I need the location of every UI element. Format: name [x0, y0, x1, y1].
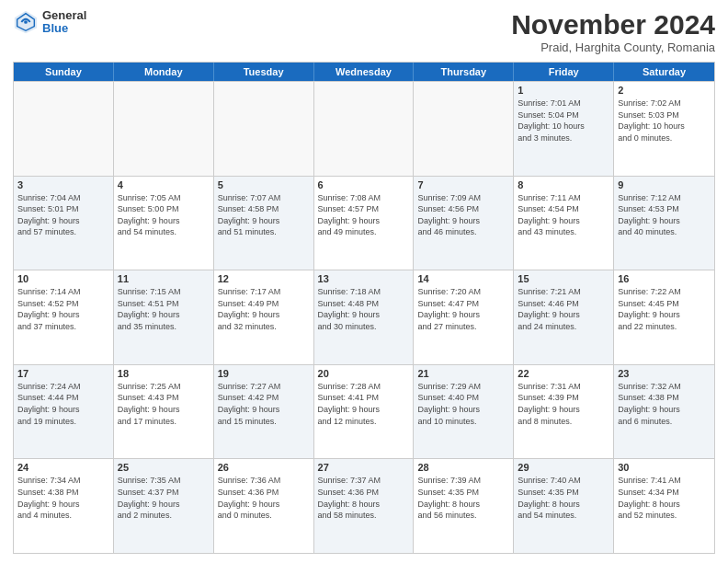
cell-detail: Sunrise: 7:18 AM Sunset: 4:48 PM Dayligh… — [318, 286, 410, 332]
day-number: 18 — [118, 368, 210, 379]
calendar-row-2: 3Sunrise: 7:04 AM Sunset: 5:01 PM Daylig… — [14, 176, 714, 270]
day-number: 16 — [618, 273, 711, 284]
calendar-row-3: 10Sunrise: 7:14 AM Sunset: 4:52 PM Dayli… — [14, 270, 714, 364]
calendar-cell — [114, 82, 214, 176]
calendar-cell: 11Sunrise: 7:15 AM Sunset: 4:51 PM Dayli… — [114, 270, 214, 364]
calendar-cell: 4Sunrise: 7:05 AM Sunset: 5:00 PM Daylig… — [114, 177, 214, 270]
calendar-cell: 24Sunrise: 7:34 AM Sunset: 4:38 PM Dayli… — [14, 459, 114, 553]
calendar-cell: 5Sunrise: 7:07 AM Sunset: 4:58 PM Daylig… — [214, 177, 314, 270]
calendar-cell: 8Sunrise: 7:11 AM Sunset: 4:54 PM Daylig… — [514, 177, 614, 270]
day-number: 20 — [318, 368, 410, 379]
cell-detail: Sunrise: 7:14 AM Sunset: 4:52 PM Dayligh… — [17, 286, 109, 332]
logo-icon — [13, 9, 39, 35]
cell-detail: Sunrise: 7:25 AM Sunset: 4:43 PM Dayligh… — [118, 381, 210, 427]
day-number: 26 — [218, 462, 310, 473]
calendar-cell: 21Sunrise: 7:29 AM Sunset: 4:40 PM Dayli… — [414, 365, 514, 459]
cell-detail: Sunrise: 7:17 AM Sunset: 4:49 PM Dayligh… — [218, 286, 310, 332]
calendar-cell: 19Sunrise: 7:27 AM Sunset: 4:42 PM Dayli… — [214, 365, 314, 459]
day-number: 11 — [118, 273, 210, 284]
calendar-cell: 9Sunrise: 7:12 AM Sunset: 4:53 PM Daylig… — [614, 177, 714, 270]
day-number: 24 — [17, 462, 109, 473]
weekday-header-thursday: Thursday — [414, 63, 514, 81]
day-number: 8 — [518, 179, 609, 190]
day-number: 17 — [17, 368, 109, 379]
calendar-cell: 17Sunrise: 7:24 AM Sunset: 4:44 PM Dayli… — [14, 365, 114, 459]
cell-detail: Sunrise: 7:27 AM Sunset: 4:42 PM Dayligh… — [218, 381, 310, 427]
calendar-cell: 2Sunrise: 7:02 AM Sunset: 5:03 PM Daylig… — [614, 82, 714, 176]
day-number: 21 — [417, 368, 509, 379]
cell-detail: Sunrise: 7:05 AM Sunset: 5:00 PM Dayligh… — [118, 192, 210, 238]
cell-detail: Sunrise: 7:24 AM Sunset: 4:44 PM Dayligh… — [17, 381, 109, 427]
calendar-row-4: 17Sunrise: 7:24 AM Sunset: 4:44 PM Dayli… — [14, 364, 714, 459]
calendar-cell: 28Sunrise: 7:39 AM Sunset: 4:35 PM Dayli… — [414, 459, 514, 553]
cell-detail: Sunrise: 7:35 AM Sunset: 4:37 PM Dayligh… — [118, 475, 210, 521]
calendar-cell: 13Sunrise: 7:18 AM Sunset: 4:48 PM Dayli… — [314, 270, 415, 364]
cell-detail: Sunrise: 7:04 AM Sunset: 5:01 PM Dayligh… — [17, 192, 109, 238]
day-number: 5 — [218, 179, 310, 190]
cell-detail: Sunrise: 7:31 AM Sunset: 4:39 PM Dayligh… — [518, 381, 609, 427]
day-number: 28 — [417, 462, 509, 473]
cell-detail: Sunrise: 7:07 AM Sunset: 4:58 PM Dayligh… — [218, 192, 310, 238]
cell-detail: Sunrise: 7:40 AM Sunset: 4:35 PM Dayligh… — [518, 475, 609, 521]
weekday-header-sunday: Sunday — [14, 63, 114, 81]
calendar-cell — [314, 82, 415, 176]
calendar-cell: 14Sunrise: 7:20 AM Sunset: 4:47 PM Dayli… — [414, 270, 514, 364]
title-block: November 2024 Praid, Harghita County, Ro… — [511, 9, 715, 54]
calendar-cell — [214, 82, 314, 176]
day-number: 9 — [618, 179, 711, 190]
page-header: General Blue November 2024 Praid, Harghi… — [13, 9, 715, 54]
calendar-cell: 27Sunrise: 7:37 AM Sunset: 4:36 PM Dayli… — [314, 459, 415, 553]
calendar-cell: 16Sunrise: 7:22 AM Sunset: 4:45 PM Dayli… — [614, 270, 714, 364]
calendar-cell — [414, 82, 514, 176]
calendar-cell — [14, 82, 114, 176]
weekday-header-friday: Friday — [514, 63, 614, 81]
calendar-cell: 12Sunrise: 7:17 AM Sunset: 4:49 PM Dayli… — [214, 270, 314, 364]
calendar-header: SundayMondayTuesdayWednesdayThursdayFrid… — [14, 63, 714, 81]
weekday-header-saturday: Saturday — [614, 63, 714, 81]
calendar-row-5: 24Sunrise: 7:34 AM Sunset: 4:38 PM Dayli… — [14, 458, 714, 553]
cell-detail: Sunrise: 7:22 AM Sunset: 4:45 PM Dayligh… — [618, 286, 711, 332]
day-number: 15 — [518, 273, 609, 284]
calendar-row-1: 1Sunrise: 7:01 AM Sunset: 5:04 PM Daylig… — [14, 81, 714, 176]
cell-detail: Sunrise: 7:37 AM Sunset: 4:36 PM Dayligh… — [318, 475, 410, 521]
cell-detail: Sunrise: 7:32 AM Sunset: 4:38 PM Dayligh… — [618, 381, 711, 427]
svg-point-2 — [24, 20, 28, 24]
cell-detail: Sunrise: 7:41 AM Sunset: 4:34 PM Dayligh… — [618, 475, 711, 521]
cell-detail: Sunrise: 7:20 AM Sunset: 4:47 PM Dayligh… — [417, 286, 509, 332]
calendar-cell: 22Sunrise: 7:31 AM Sunset: 4:39 PM Dayli… — [514, 365, 614, 459]
day-number: 10 — [17, 273, 109, 284]
day-number: 3 — [17, 179, 109, 190]
calendar-cell: 30Sunrise: 7:41 AM Sunset: 4:34 PM Dayli… — [614, 459, 714, 553]
calendar: SundayMondayTuesdayWednesdayThursdayFrid… — [13, 62, 715, 554]
cell-detail: Sunrise: 7:39 AM Sunset: 4:35 PM Dayligh… — [417, 475, 509, 521]
day-number: 25 — [118, 462, 210, 473]
cell-detail: Sunrise: 7:02 AM Sunset: 5:03 PM Dayligh… — [618, 98, 711, 144]
calendar-cell: 26Sunrise: 7:36 AM Sunset: 4:36 PM Dayli… — [214, 459, 314, 553]
cell-detail: Sunrise: 7:34 AM Sunset: 4:38 PM Dayligh… — [17, 475, 109, 521]
calendar-cell: 18Sunrise: 7:25 AM Sunset: 4:43 PM Dayli… — [114, 365, 214, 459]
calendar-cell: 7Sunrise: 7:09 AM Sunset: 4:56 PM Daylig… — [414, 177, 514, 270]
location-subtitle: Praid, Harghita County, Romania — [511, 40, 715, 54]
calendar-cell: 3Sunrise: 7:04 AM Sunset: 5:01 PM Daylig… — [14, 177, 114, 270]
day-number: 12 — [218, 273, 310, 284]
day-number: 27 — [318, 462, 410, 473]
logo-general: General — [42, 9, 86, 22]
calendar-cell: 10Sunrise: 7:14 AM Sunset: 4:52 PM Dayli… — [14, 270, 114, 364]
weekday-header-tuesday: Tuesday — [214, 63, 314, 81]
day-number: 29 — [518, 462, 609, 473]
calendar-cell: 25Sunrise: 7:35 AM Sunset: 4:37 PM Dayli… — [114, 459, 214, 553]
cell-detail: Sunrise: 7:11 AM Sunset: 4:54 PM Dayligh… — [518, 192, 609, 238]
calendar-cell: 23Sunrise: 7:32 AM Sunset: 4:38 PM Dayli… — [614, 365, 714, 459]
weekday-header-wednesday: Wednesday — [314, 63, 415, 81]
day-number: 30 — [618, 462, 711, 473]
day-number: 1 — [518, 85, 609, 96]
day-number: 13 — [318, 273, 410, 284]
day-number: 23 — [618, 368, 711, 379]
logo-blue: Blue — [42, 22, 86, 35]
calendar-cell: 15Sunrise: 7:21 AM Sunset: 4:46 PM Dayli… — [514, 270, 614, 364]
day-number: 22 — [518, 368, 609, 379]
cell-detail: Sunrise: 7:01 AM Sunset: 5:04 PM Dayligh… — [518, 98, 609, 144]
day-number: 14 — [417, 273, 509, 284]
calendar-body: 1Sunrise: 7:01 AM Sunset: 5:04 PM Daylig… — [14, 81, 714, 553]
calendar-page: General Blue November 2024 Praid, Harghi… — [0, 0, 728, 563]
